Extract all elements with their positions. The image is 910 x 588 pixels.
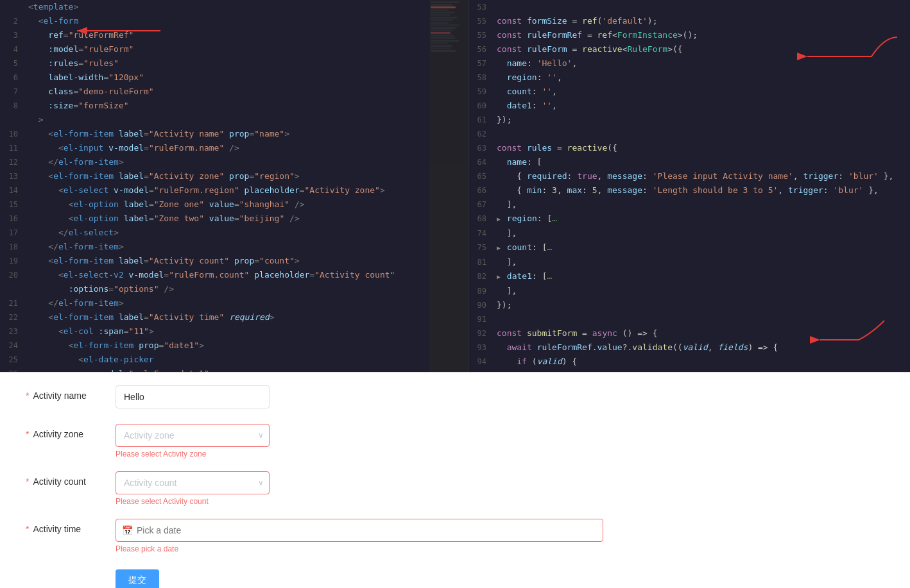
code-line: 55 const ruleFormRef = ref<FormInstance>… bbox=[468, 28, 910, 42]
activity-name-input[interactable] bbox=[116, 385, 270, 408]
editor-area: <template> 2 <el-form 3 ref="ruleFormRef… bbox=[0, 0, 910, 372]
activity-time-control: 📅 Please pick a date bbox=[116, 519, 629, 553]
code-line: 20 <el-select-v2 v-model="ruleForm.count… bbox=[0, 268, 468, 282]
calendar-icon: 📅 bbox=[122, 525, 133, 535]
code-line: 5 :rules="rules" bbox=[0, 56, 468, 71]
minimap bbox=[429, 0, 468, 372]
code-line: 74 ], bbox=[468, 226, 910, 240]
code-line: 55 const formSize = ref('default'); bbox=[468, 14, 910, 28]
code-line: :options="options" /> bbox=[0, 282, 468, 296]
code-line: 91 bbox=[468, 312, 910, 326]
code-line: 75 ▶ count: [… bbox=[468, 240, 910, 255]
code-line: 14 <el-select v-model="ruleForm.region" … bbox=[0, 183, 468, 197]
activity-count-row: * Activity count Activity count 1 2 3 ∨ … bbox=[26, 465, 884, 512]
code-line: 13 <el-form-item label="Activity zone" p… bbox=[0, 169, 468, 183]
code-line: 19 <el-form-item label="Activity count" … bbox=[0, 254, 468, 268]
date-input-wrapper: 📅 bbox=[116, 519, 603, 542]
code-line: 53 bbox=[468, 0, 910, 14]
required-star-zone: * bbox=[26, 429, 29, 439]
code-line: 93 await ruleFormRef.value?.validate((va… bbox=[468, 340, 910, 355]
code-line: 18 </el-form-item> bbox=[0, 240, 468, 254]
code-line: 94 if (valid) { bbox=[468, 355, 910, 369]
left-code-block: <template> 2 <el-form 3 ref="ruleFormRef… bbox=[0, 0, 468, 372]
code-line: 61 }); bbox=[468, 113, 910, 127]
code-line: 2 <el-form bbox=[0, 14, 468, 28]
required-star-count: * bbox=[26, 476, 29, 487]
code-line: 21 </el-form-item> bbox=[0, 296, 468, 310]
code-line: 82 ▶ date1: [… bbox=[468, 269, 910, 284]
code-line: 63 const rules = reactive({ bbox=[468, 141, 910, 155]
code-line: 90 }); bbox=[468, 298, 910, 312]
code-line: 17 </el-select> bbox=[0, 226, 468, 240]
code-line: 6 label-width="120px" bbox=[0, 71, 468, 85]
activity-name-control bbox=[116, 385, 629, 408]
code-line: 7 class="demo-ruleForm" bbox=[0, 85, 468, 99]
activity-zone-control: Activity zone Zone one Zone two ∨ Please… bbox=[116, 424, 629, 458]
activity-name-row: * Activity name bbox=[26, 379, 884, 417]
code-line: <template> bbox=[0, 0, 468, 14]
code-line: 12 </el-form-item> bbox=[0, 155, 468, 169]
activity-zone-error: Please select Activity zone bbox=[116, 449, 629, 458]
submit-button[interactable]: 提交 bbox=[116, 569, 159, 588]
activity-zone-row: * Activity zone Activity zone Zone one Z… bbox=[26, 417, 884, 465]
code-line: 24 <el-form-item prop="date1"> bbox=[0, 339, 468, 353]
activity-time-row: * Activity time 📅 Please pick a date bbox=[26, 512, 884, 560]
code-line: 67 ], bbox=[468, 197, 910, 212]
right-code-block: 53 55 const formSize = ref('default'); 5… bbox=[468, 0, 910, 372]
activity-name-label: * Activity name bbox=[26, 385, 116, 401]
activity-zone-select[interactable]: Activity zone Zone one Zone two bbox=[116, 424, 270, 447]
code-line: 92 const submitForm = async () => { bbox=[468, 326, 910, 340]
submit-row: 提交 bbox=[26, 560, 884, 588]
code-line: 62 bbox=[468, 127, 910, 141]
activity-time-error: Please pick a date bbox=[116, 544, 629, 553]
code-line: 59 count: '', bbox=[468, 85, 910, 99]
code-line: 65 { required: true, message: 'Please in… bbox=[468, 169, 910, 183]
code-line: 58 region: '', bbox=[468, 71, 910, 85]
required-star-time: * bbox=[26, 524, 29, 534]
code-line: 25 <el-date-picker bbox=[0, 353, 468, 367]
required-star: * bbox=[26, 391, 29, 401]
form-area: * Activity name * Activity zone Activity… bbox=[0, 373, 910, 588]
code-line: 8 :size="formSize" bbox=[0, 99, 468, 113]
activity-count-select-wrapper: Activity count 1 2 3 ∨ bbox=[116, 471, 270, 494]
code-line: 3 ref="ruleFormRef" bbox=[0, 28, 468, 42]
code-line: 57 name: 'Hello', bbox=[468, 56, 910, 71]
right-pane: 53 55 const formSize = ref('default'); 5… bbox=[468, 0, 910, 372]
activity-count-control: Activity count 1 2 3 ∨ Please select Act… bbox=[116, 471, 629, 506]
code-line: 89 ], bbox=[468, 284, 910, 298]
code-line: 66 { min: 3, max: 5, message: 'Length sh… bbox=[468, 183, 910, 197]
code-line: 23 <el-col :span="11"> bbox=[0, 324, 468, 339]
code-line: 10 <el-form-item label="Activity name" p… bbox=[0, 127, 468, 141]
code-line: 4 :model="ruleForm" bbox=[0, 42, 468, 56]
code-line: 81 ], bbox=[468, 255, 910, 269]
code-line: 64 name: [ bbox=[468, 155, 910, 169]
code-line: 16 <el-option label="Zone two" value="be… bbox=[0, 212, 468, 226]
code-line: > bbox=[0, 113, 468, 127]
code-line: 11 <el-input v-model="ruleForm.name" /> bbox=[0, 141, 468, 155]
activity-count-error: Please select Activity count bbox=[116, 497, 629, 506]
code-line: 15 <el-option label="Zone one" value="sh… bbox=[0, 197, 468, 212]
activity-time-label: * Activity time bbox=[26, 519, 116, 534]
code-line: 60 date1: '', bbox=[468, 99, 910, 113]
code-line: 56 const ruleForm = reactive<RuleForm>({ bbox=[468, 42, 910, 56]
activity-zone-select-wrapper: Activity zone Zone one Zone two ∨ bbox=[116, 424, 270, 447]
code-line: 22 <el-form-item label="Activity time" r… bbox=[0, 310, 468, 324]
activity-count-label: * Activity count bbox=[26, 471, 116, 487]
activity-zone-label: * Activity zone bbox=[26, 424, 116, 439]
left-pane: <template> 2 <el-form 3 ref="ruleFormRef… bbox=[0, 0, 468, 372]
date-input[interactable] bbox=[116, 519, 603, 542]
main-container: <template> 2 <el-form 3 ref="ruleFormRef… bbox=[0, 0, 910, 588]
code-line: 68 ▶ region: [… bbox=[468, 212, 910, 226]
code-line: 26 v-model="ruleForm.date1" bbox=[0, 367, 468, 372]
activity-count-select[interactable]: Activity count 1 2 3 bbox=[116, 471, 270, 494]
